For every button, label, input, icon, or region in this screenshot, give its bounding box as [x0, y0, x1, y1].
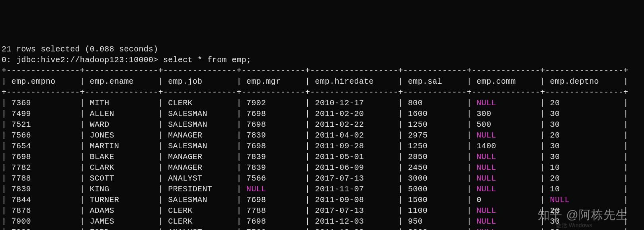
- table-header: | emp.empno | emp.ename | emp.job | emp.…: [2, 76, 642, 87]
- terminal-output: 21 rows selected (0.088 seconds)0: jdbc:…: [2, 44, 642, 230]
- table-sep: +---------------+---------------+-------…: [2, 87, 642, 98]
- table-row: | 7788 | SCOTT | ANALYST | 7566 | 2017-0…: [2, 173, 642, 184]
- table-row: | 7654 | MARTIN | SALESMAN | 7698 | 2011…: [2, 141, 642, 151]
- status-line: 21 rows selected (0.088 seconds): [2, 44, 642, 55]
- table-row: | 7782 | CLARK | MANAGER | 7839 | 2011-0…: [2, 162, 642, 173]
- table-row: | 7566 | JONES | MANAGER | 7839 | 2011-0…: [2, 130, 642, 141]
- table-row: | 7499 | ALLEN | SALESMAN | 7698 | 2011-…: [2, 108, 642, 119]
- table-row: | 7900 | JAMES | CLERK | 7698 | 2011-12-…: [2, 216, 642, 227]
- table-row: | 7698 | BLAKE | MANAGER | 7839 | 2011-0…: [2, 151, 642, 162]
- table-row: | 7844 | TURNER | SALESMAN | 7698 | 2011…: [2, 195, 642, 205]
- table-row: | 7521 | WARD | SALESMAN | 7698 | 2011-0…: [2, 119, 642, 130]
- table-row: | 7839 | KING | PRESIDENT | NULL | 2011-…: [2, 184, 642, 195]
- table-sep: +---------------+---------------+-------…: [2, 65, 642, 76]
- table-row: | 7369 | MITH | CLERK | 7902 | 2010-12-1…: [2, 98, 642, 108]
- table-row: | 7876 | ADAMS | CLERK | 7788 | 2017-07-…: [2, 205, 642, 216]
- table-row: | 7902 | FORD | ANALYST | 7566 | 2011-12…: [2, 227, 642, 230]
- prompt-line[interactable]: 0: jdbc:hive2://hadoop123:10000> select …: [2, 55, 642, 65]
